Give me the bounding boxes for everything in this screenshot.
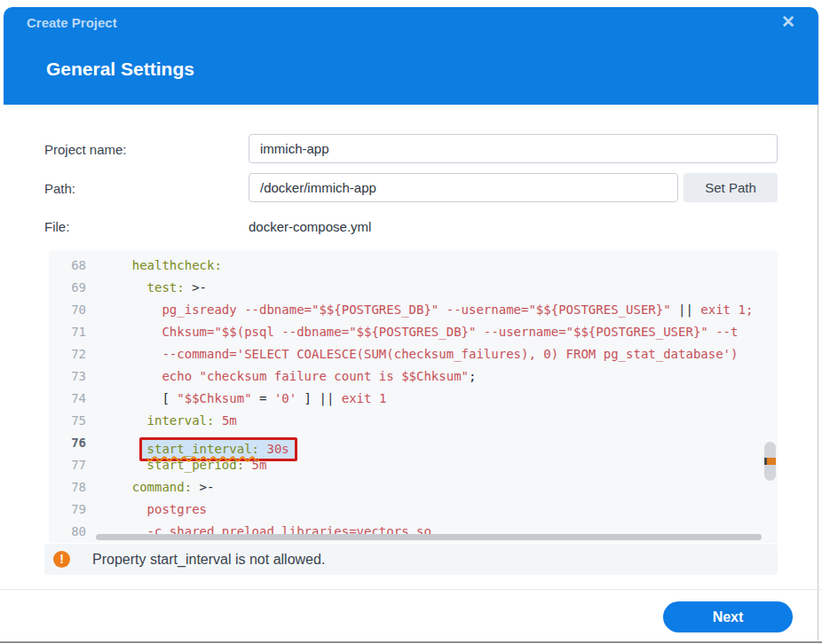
code-token: postgres <box>147 502 207 516</box>
code-token: start_period: <box>147 458 245 472</box>
code-token: interval: <box>147 413 215 428</box>
code-text: command: >- <box>86 480 214 494</box>
close-icon[interactable]: ✕ <box>781 12 795 33</box>
code-token: [ <box>162 391 177 405</box>
file-value: docker-compose.yml <box>249 219 371 234</box>
path-label: Path: <box>44 181 75 196</box>
page-title: General Settings <box>46 59 194 80</box>
code-text: start_period: 5m <box>86 458 266 472</box>
set-path-button[interactable]: Set Path <box>684 173 778 202</box>
code-token: pg_isready --dbname="$${POSTGRES_DB}" --… <box>162 302 678 317</box>
code-text: [ "$$Chksum" = '0' ] || exit 1 <box>86 391 386 405</box>
window-bottom-edge <box>0 641 822 643</box>
code-token: '0' <box>274 391 296 405</box>
code-line-79[interactable]: 79 postgres <box>49 499 778 521</box>
line-number: 75 <box>49 410 86 432</box>
code-token: exit 1; <box>693 302 753 317</box>
code-token: 30s <box>266 442 288 456</box>
code-text: postgres <box>86 502 207 516</box>
dialog-title: Create Project <box>27 15 117 30</box>
line-number: 79 <box>49 499 86 521</box>
code-line-71[interactable]: 71 Chksum="$$(psql --dbname="$${POSTGRES… <box>49 321 778 343</box>
code-text: test: >- <box>86 280 207 295</box>
line-number: 69 <box>49 277 86 299</box>
code-token: Chksum="$$(psql --dbname="$${POSTGRES_DB… <box>162 325 738 339</box>
code-token: || <box>678 302 693 317</box>
line-number: 71 <box>49 321 86 343</box>
dialog-body: Project name: Path: Set Path File: docke… <box>4 105 818 640</box>
code-token: >- <box>192 480 214 494</box>
footer-divider <box>0 589 822 590</box>
code-line-68[interactable]: 68 healthcheck: <box>49 255 778 277</box>
code-token: ; <box>469 369 476 383</box>
code-line-70[interactable]: 70 pg_isready --dbname="$${POSTGRES_DB}"… <box>49 299 778 321</box>
code-lines: 68 healthcheck:69 test: >-70 pg_isready … <box>49 250 778 543</box>
code-token: --command='SELECT COALESCE(SUM(checksum_… <box>162 347 738 361</box>
project-name-label: Project name: <box>44 142 127 157</box>
code-text: interval: 5m <box>86 413 237 428</box>
line-number: 72 <box>49 343 86 365</box>
line-number: 68 <box>49 255 86 277</box>
code-token: exit 1 <box>342 391 387 405</box>
code-text: Chksum="$$(psql --dbname="$${POSTGRES_DB… <box>86 325 738 339</box>
code-line-78[interactable]: 78 command: >- <box>49 476 778 499</box>
code-line-77[interactable]: 77 start_period: 5m <box>49 454 778 476</box>
next-button[interactable]: Next <box>663 601 793 632</box>
code-token: "$$Chksum" <box>177 391 251 405</box>
code-line-69[interactable]: 69 test: >- <box>49 277 778 299</box>
line-number: 70 <box>49 299 86 321</box>
code-token <box>244 458 251 472</box>
line-number: 78 <box>49 476 86 499</box>
code-text: start_interval: 30s <box>86 436 297 450</box>
code-token: >- <box>185 280 207 295</box>
error-message: Property start_interval is not allowed. <box>92 552 325 568</box>
dialog-header: Create Project ✕ General Settings <box>4 7 818 105</box>
validation-error-bar: ! Property start_interval is not allowed… <box>44 544 778 575</box>
code-text: pg_isready --dbname="$${POSTGRES_DB}" --… <box>86 302 753 317</box>
line-number: 77 <box>49 454 86 476</box>
code-token: command: <box>132 480 192 494</box>
create-project-dialog: Create Project ✕ General Settings Projec… <box>0 0 822 644</box>
code-token: echo "checksum failure count is $$Chksum… <box>162 369 469 383</box>
yaml-editor[interactable]: 68 healthcheck:69 test: >-70 pg_isready … <box>49 250 778 543</box>
code-line-73[interactable]: 73 echo "checksum failure count is $$Chk… <box>49 365 778 388</box>
code-text: healthcheck: <box>86 258 222 272</box>
code-line-76[interactable]: 76 start_interval: 30s <box>49 432 778 454</box>
line-number: 74 <box>49 388 86 410</box>
error-marker-icon <box>764 458 776 465</box>
code-token: test: <box>147 280 185 295</box>
file-label: File: <box>44 219 69 234</box>
code-token: = <box>252 391 274 405</box>
code-token: 5m <box>252 458 267 472</box>
code-text: echo "checksum failure count is $$Chksum… <box>86 369 476 383</box>
project-name-input[interactable] <box>249 134 778 163</box>
line-number: 73 <box>49 365 86 388</box>
code-token: 5m <box>222 413 237 428</box>
vertical-scrollbar[interactable] <box>764 442 776 481</box>
warning-icon: ! <box>53 551 70 568</box>
code-token: ] || <box>296 391 342 405</box>
code-text: --command='SELECT COALESCE(SUM(checksum_… <box>86 347 738 361</box>
code-line-72[interactable]: 72 --command='SELECT COALESCE(SUM(checks… <box>49 343 778 365</box>
code-line-74[interactable]: 74 [ "$$Chksum" = '0' ] || exit 1 <box>49 388 778 410</box>
path-input[interactable] <box>249 173 678 202</box>
code-line-75[interactable]: 75 interval: 5m <box>49 410 778 432</box>
code-token <box>214 413 221 428</box>
code-token: healthcheck: <box>132 258 222 272</box>
line-number: 76 <box>49 432 86 454</box>
line-number: 80 <box>49 521 86 543</box>
horizontal-scrollbar[interactable] <box>96 534 762 540</box>
